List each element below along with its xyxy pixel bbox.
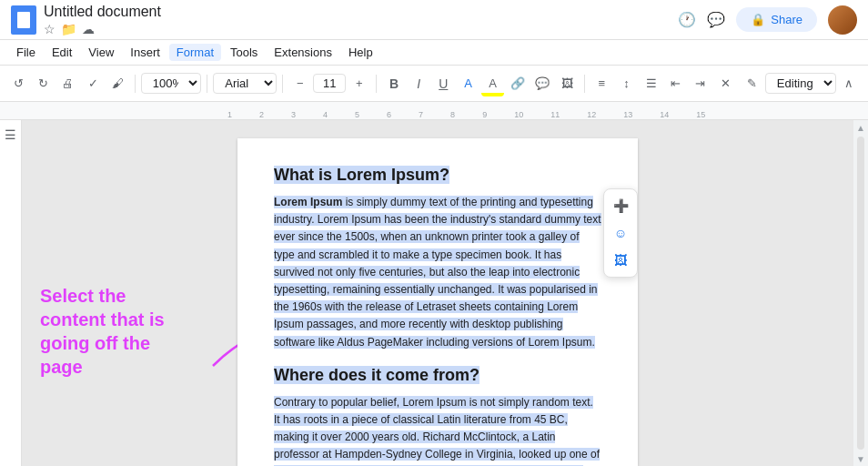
section2-body: Contrary to popular belief, Lorem Ipsum … (274, 394, 601, 466)
floating-toolbar: ➕ ☺ 🖼 (603, 188, 638, 278)
paint-button[interactable]: 🖌 (106, 71, 129, 96)
ruler-mark-1: 1 (227, 110, 232, 119)
section1-body: Lorem Ipsum is simply dummy text of the … (274, 194, 601, 351)
separator-2 (207, 75, 207, 93)
ruler-mark-9: 9 (482, 110, 487, 119)
section2-body-highlighted: Contrary to popular belief, Lorem Ipsum … (274, 396, 600, 466)
clear-formatting-button[interactable]: ✕ (714, 71, 737, 96)
ruler-mark-7: 7 (419, 110, 423, 119)
collapse-toolbar-button[interactable]: ∧ (838, 71, 861, 96)
underline-button[interactable]: U (432, 71, 455, 96)
section2-title: Where does it come from? (274, 366, 601, 385)
bold-button[interactable]: B (382, 71, 405, 96)
section1-title: What is Lorem Ipsum? (274, 166, 601, 185)
float-emoji-button[interactable]: ☺ (608, 220, 633, 246)
star-icon[interactable]: ☆ (44, 22, 56, 36)
chat-icon[interactable]: 💬 (707, 11, 725, 28)
spellcheck-button[interactable]: ✓ (82, 71, 105, 96)
ruler-mark-12: 12 (587, 110, 596, 119)
doc-icon (11, 5, 36, 35)
ruler-mark-8: 8 (450, 110, 455, 119)
font-selector[interactable]: Arial (213, 73, 277, 94)
undo-button[interactable]: ↺ (7, 71, 30, 96)
ruler-mark-15: 15 (696, 110, 705, 119)
section1-title-highlighted: What is Lorem Ipsum? (274, 166, 449, 184)
title-bar: Untitled document ☆ 📁 ☁ 🕐 💬 🔒 Share (0, 0, 868, 40)
highlight-color-button[interactable]: A (481, 71, 504, 96)
left-panel: ☰ (0, 120, 22, 466)
cloud-icon[interactable]: ☁ (82, 22, 95, 36)
separator-1 (135, 75, 136, 93)
ruler-mark-13: 13 (623, 110, 632, 119)
line-spacing-button[interactable]: ↕ (615, 71, 638, 96)
doc-title: Untitled document (44, 4, 161, 20)
editing-mode-selector[interactable]: Editing (765, 73, 836, 94)
title-actions: ☆ 📁 ☁ (44, 22, 161, 36)
ruler-mark-5: 5 (355, 110, 359, 119)
float-image-button[interactable]: 🖼 (608, 248, 633, 273)
font-size-decrease-button[interactable]: − (288, 71, 311, 96)
toolbar: ↺ ↻ 🖨 ✓ 🖌 100% Arial − + B I U A A 🔗 💬 🖼… (0, 66, 868, 102)
section2-title-highlighted: Where does it come from? (274, 366, 479, 384)
share-label: Share (771, 13, 802, 26)
italic-button[interactable]: I (408, 71, 430, 96)
ruler-mark-10: 10 (514, 110, 523, 119)
ruler-marks: 1 2 3 4 5 6 7 8 9 10 11 12 13 14 15 (0, 102, 868, 119)
ruler-mark-4: 4 (323, 110, 328, 119)
outline-icon[interactable]: ☰ (5, 127, 16, 142)
menu-view[interactable]: View (81, 44, 121, 61)
menu-tools[interactable]: Tools (223, 44, 265, 61)
menu-format[interactable]: Format (169, 44, 221, 61)
align-button[interactable]: ≡ (590, 71, 613, 96)
separator-5 (584, 75, 585, 93)
list-button[interactable]: ☰ (640, 71, 662, 96)
folder-icon[interactable]: 📁 (61, 22, 76, 36)
indent-dec-button[interactable]: ⇤ (664, 71, 687, 96)
annotation-text: Select the content that is going off the… (40, 284, 195, 379)
scroll-up-button[interactable]: ▲ (853, 120, 868, 135)
title-right: 🕐 💬 🔒 Share (678, 5, 857, 35)
menu-bar: File Edit View Insert Format Tools Exten… (0, 40, 868, 66)
document-page[interactable]: What is Lorem Ipsum? Lorem Ipsum is simp… (237, 138, 638, 466)
section1-bold-highlighted: Lorem Ipsum is simply dummy text of the … (274, 196, 601, 349)
menu-insert[interactable]: Insert (123, 44, 167, 61)
ruler-mark-14: 14 (660, 110, 669, 119)
right-scrollbar[interactable]: ▲ ▼ (853, 120, 868, 466)
section1-bold: Lorem Ipsum (274, 196, 342, 208)
text-color-button[interactable]: A (457, 71, 479, 96)
separator-3 (282, 75, 283, 93)
history-icon[interactable]: 🕐 (678, 11, 696, 28)
font-size-input[interactable] (313, 74, 346, 93)
ruler-mark-6: 6 (387, 110, 391, 119)
menu-edit[interactable]: Edit (45, 44, 79, 61)
doc-area: Select the content that is going off the… (22, 120, 853, 466)
share-button[interactable]: 🔒 Share (736, 7, 817, 32)
scroll-track[interactable] (857, 137, 864, 450)
zoom-selector[interactable]: 100% (141, 73, 202, 94)
section1-body-text: is simply dummy text of the printing and… (274, 196, 601, 349)
ruler-mark-2: 2 (259, 110, 264, 119)
avatar[interactable] (828, 5, 857, 35)
indent-inc-button[interactable]: ⇥ (689, 71, 712, 96)
menu-extensions[interactable]: Extensions (267, 44, 339, 61)
scroll-down-button[interactable]: ▼ (853, 451, 868, 466)
separator-4 (376, 75, 377, 93)
main-area: ☰ Select the content that is going off t… (0, 120, 868, 466)
ruler-mark-11: 11 (550, 110, 560, 119)
title-area: Untitled document ☆ 📁 ☁ (44, 4, 161, 36)
print-button[interactable]: 🖨 (56, 71, 79, 96)
menu-help[interactable]: Help (341, 44, 380, 61)
pencil-button[interactable]: ✎ (741, 71, 763, 96)
redo-button[interactable]: ↻ (32, 71, 55, 96)
lock-icon: 🔒 (751, 13, 765, 26)
font-size-increase-button[interactable]: + (348, 71, 370, 96)
menu-file[interactable]: File (9, 44, 43, 61)
ruler-mark-3: 3 (291, 110, 296, 119)
comment-button[interactable]: 💬 (530, 71, 553, 96)
link-button[interactable]: 🔗 (506, 71, 529, 96)
image-button[interactable]: 🖼 (556, 71, 579, 96)
ruler: 1 2 3 4 5 6 7 8 9 10 11 12 13 14 15 (0, 102, 868, 120)
float-add-button[interactable]: ➕ (608, 193, 633, 218)
